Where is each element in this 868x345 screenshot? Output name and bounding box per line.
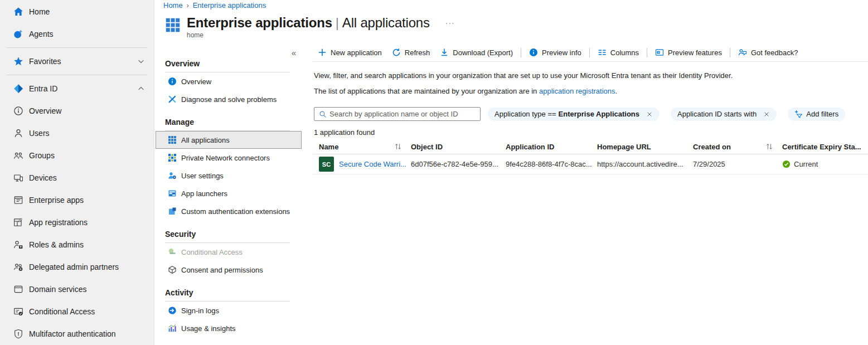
column-header-homepage-url[interactable]: Homepage URL bbox=[597, 143, 693, 151]
app-name-link[interactable]: Secure Code Warri... bbox=[339, 160, 406, 168]
nav-item-custom-authentication-extensions[interactable]: Custom authentication extensions bbox=[156, 202, 302, 220]
breadcrumb-home-link[interactable]: Home bbox=[163, 1, 183, 9]
nav-item-overview[interactable]: Overview bbox=[156, 72, 302, 90]
toolbar-item-label: Preview features bbox=[668, 48, 722, 57]
toolbar-divider bbox=[521, 48, 521, 57]
new-application-button[interactable]: New application bbox=[313, 45, 387, 60]
add-filters-button[interactable]: Add filters bbox=[788, 108, 845, 121]
column-header-label: Homepage URL bbox=[597, 143, 651, 151]
got-feedback-button[interactable]: Got feedback? bbox=[733, 45, 803, 60]
sidebar-item-conditional-access[interactable]: Conditional Access bbox=[0, 300, 154, 323]
filter-pill-application-type[interactable]: Application type ==Enterprise Applicatio… bbox=[488, 108, 660, 121]
nav-item-label: Overview bbox=[181, 77, 211, 86]
refresh-icon bbox=[392, 48, 401, 57]
nav-item-consent-and-permissions[interactable]: Consent and permissions bbox=[156, 261, 302, 279]
columns-button[interactable]: Columns bbox=[593, 45, 644, 60]
sidebar-item-label: Home bbox=[29, 7, 50, 16]
sidebar-item-label: Domain services bbox=[29, 285, 86, 294]
sidebar-item-label: Overview bbox=[29, 106, 61, 115]
sidebar-item-users[interactable]: Users bbox=[0, 122, 154, 144]
refresh-button[interactable]: Refresh bbox=[387, 45, 435, 60]
column-header-certificate-expiry-sta[interactable]: Certificate Expiry Sta... bbox=[782, 143, 868, 151]
column-header-application-id[interactable]: Application ID bbox=[506, 143, 597, 151]
nav-item-all-applications[interactable]: All applications bbox=[156, 131, 302, 149]
sidebar-item-multifactor-authentication[interactable]: Multifactor authentication bbox=[0, 323, 154, 345]
more-menu-button[interactable]: ··· bbox=[445, 18, 455, 39]
sort-icon bbox=[765, 143, 773, 150]
nav-item-label: Custom authentication extensions bbox=[181, 207, 290, 216]
homepage-url-cell: https://account.activedire... bbox=[597, 160, 693, 168]
sidebar-item-groups[interactable]: Groups bbox=[0, 144, 154, 167]
nav-item-usage-insights[interactable]: Usage & insights bbox=[156, 319, 302, 337]
table-row[interactable]: SCSecure Code Warri...6d07f56e-c782-4e5e… bbox=[313, 154, 868, 174]
blade: Home›Enterprise applications Enterprise … bbox=[154, 0, 868, 345]
entra-id-icon bbox=[13, 84, 23, 94]
custom-auth-icon bbox=[168, 207, 177, 216]
usage-insights-icon bbox=[168, 324, 177, 333]
agents-icon bbox=[13, 29, 23, 39]
sidebar-item-roles-admins[interactable]: Roles & admins bbox=[0, 234, 154, 256]
column-header-label: Application ID bbox=[506, 143, 554, 151]
sign-in-logs-icon bbox=[168, 306, 177, 315]
certificate-status-cell: Current bbox=[782, 160, 868, 168]
search-input[interactable] bbox=[329, 110, 480, 118]
filter-pill-application-id-starts-with[interactable]: Application ID starts with bbox=[671, 108, 777, 121]
column-header-label: Certificate Expiry Sta... bbox=[782, 143, 861, 151]
enterprise-apps-icon bbox=[13, 195, 23, 205]
app-root: HomeAgentsFavoritesEntra IDOverviewUsers… bbox=[0, 0, 868, 345]
column-header-created-on[interactable]: Created on bbox=[693, 143, 782, 151]
sort-icon bbox=[394, 143, 402, 150]
nav-section-title: Manage bbox=[165, 118, 290, 131]
download-export-button[interactable]: Download (Export) bbox=[435, 45, 518, 60]
sidebar-item-delegated-admin-partners[interactable]: Delegated admin partners bbox=[0, 256, 154, 278]
sidebar-item-favorites[interactable]: Favorites bbox=[0, 50, 154, 72]
conditional-access-colored-icon bbox=[168, 247, 177, 256]
application-registrations-link[interactable]: application registrations bbox=[539, 87, 615, 95]
diagnose-tools-icon bbox=[168, 95, 177, 104]
nav-item-user-settings[interactable]: User settings bbox=[156, 167, 302, 184]
nav-item-diagnose-and-solve-problems[interactable]: Diagnose and solve problems bbox=[156, 90, 302, 108]
filter-pill-value: Enterprise Applications bbox=[559, 110, 639, 118]
column-header-name[interactable]: Name bbox=[319, 143, 411, 151]
breadcrumb-chevron-icon: › bbox=[187, 2, 189, 9]
domain-services-icon bbox=[13, 284, 23, 294]
column-header-object-id[interactable]: Object ID bbox=[411, 143, 506, 151]
sidebar-item-agents[interactable]: Agents bbox=[0, 23, 154, 45]
nav-item-label: Diagnose and solve problems bbox=[181, 95, 277, 104]
filter-bar: Application type ==Enterprise Applicatio… bbox=[314, 107, 868, 121]
created-on-cell: 7/29/2025 bbox=[693, 160, 782, 168]
plus-icon bbox=[318, 48, 327, 57]
toolbar-divider bbox=[589, 48, 590, 57]
roles-admins-icon bbox=[13, 240, 23, 250]
sidebar-item-overview[interactable]: Overview bbox=[0, 100, 154, 122]
nav-item-app-launchers[interactable]: App launchers bbox=[156, 184, 302, 202]
blade-menu: « OverviewOverviewDiagnose and solve pro… bbox=[154, 43, 304, 345]
star-icon bbox=[13, 56, 23, 66]
application-id-cell: 9fe4c288-86f8-4f7c-8cac... bbox=[506, 160, 597, 168]
all-applications-grid-icon bbox=[168, 135, 177, 144]
nav-section-security: SecurityConditional AccessConsent and pe… bbox=[154, 230, 304, 279]
title-separator: | bbox=[336, 15, 339, 30]
page-section-title: All applications bbox=[342, 15, 430, 30]
sidebar-item-label: Favorites bbox=[29, 57, 61, 66]
sidebar-item-home[interactable]: Home bbox=[0, 1, 154, 23]
toolbar-item-label: Got feedback? bbox=[751, 48, 798, 57]
sidebar-item-enterprise-apps[interactable]: Enterprise apps bbox=[0, 189, 154, 211]
preview-info-icon bbox=[529, 48, 538, 57]
search-icon bbox=[319, 110, 327, 118]
nav-item-label: Consent and permissions bbox=[181, 266, 263, 274]
sidebar-item-domain-services[interactable]: Domain services bbox=[0, 278, 154, 300]
preview-features-button[interactable]: Preview features bbox=[650, 45, 727, 60]
sidebar-item-entra-id[interactable]: Entra ID bbox=[0, 77, 154, 100]
preview-info-button[interactable]: Preview info bbox=[524, 45, 586, 60]
check-circle-icon bbox=[782, 160, 791, 168]
collapse-menu-icon[interactable]: « bbox=[292, 48, 296, 57]
toolbar-item-label: Preview info bbox=[542, 48, 581, 57]
delegated-admin-icon bbox=[13, 262, 23, 272]
sidebar-item-app-registrations[interactable]: App registrations bbox=[0, 211, 154, 234]
nav-item-private-network-connectors[interactable]: Private Network connectors bbox=[156, 149, 302, 167]
breadcrumb-enterprise-applications-link[interactable]: Enterprise applications bbox=[193, 1, 266, 9]
nav-item-sign-in-logs[interactable]: Sign-in logs bbox=[156, 302, 302, 319]
app-registrations-icon bbox=[13, 217, 23, 227]
sidebar-item-devices[interactable]: Devices bbox=[0, 167, 154, 189]
